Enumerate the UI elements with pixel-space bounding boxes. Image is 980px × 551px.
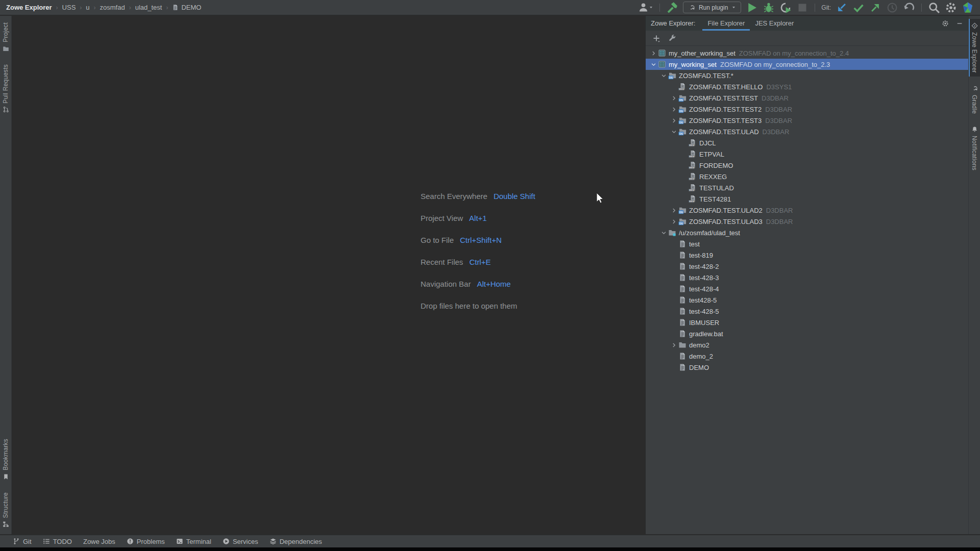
- chevron-down-icon[interactable]: [649, 62, 658, 67]
- tree-row[interactable]: DSZOSMFAD.TEST.TEST3D3DBAR: [646, 115, 968, 126]
- plugin-gem-button[interactable]: [962, 2, 974, 13]
- chevron-right-icon[interactable]: [669, 107, 678, 112]
- search-everywhere-button[interactable]: [928, 2, 940, 13]
- tree-row[interactable]: /u/zosmfad/ulad_test: [646, 227, 968, 238]
- breadcrumb-item-demo[interactable]: DEMO: [172, 4, 201, 11]
- tree-row[interactable]: DSZOSMFAD.TEST.ULAD2D3DBAR: [646, 205, 968, 216]
- stripe-button-pull-requests[interactable]: Pull Requests: [0, 61, 11, 117]
- tree-row[interactable]: MEMDJCL: [646, 137, 968, 148]
- shortcut-keys: Alt+Home: [477, 280, 510, 288]
- breadcrumb-item-u[interactable]: u: [86, 4, 89, 11]
- stripe-button-bookmarks[interactable]: Bookmarks: [0, 435, 11, 484]
- panel-options-button[interactable]: [942, 20, 949, 27]
- debug-button[interactable]: [763, 2, 775, 13]
- run-config-combo[interactable]: Run plugin: [683, 2, 741, 13]
- chevron-right-icon[interactable]: [669, 208, 678, 213]
- statusbar-problems[interactable]: Problems: [127, 538, 165, 545]
- tree-row[interactable]: demo2: [646, 339, 968, 350]
- hide-panel-button[interactable]: [956, 20, 963, 27]
- statusbar-services[interactable]: Services: [223, 538, 258, 545]
- left-stripe-bottom: BookmarksStructure: [0, 435, 11, 531]
- run-button[interactable]: [746, 2, 758, 13]
- tree-row[interactable]: DEMO: [646, 362, 968, 373]
- account-button[interactable]: [638, 2, 653, 13]
- commit-button[interactable]: [852, 2, 865, 13]
- tree-row[interactable]: test-428-4: [646, 283, 968, 294]
- tree-row[interactable]: test-428-5: [646, 306, 968, 317]
- add-profile-button[interactable]: [652, 34, 660, 42]
- panel-tabs: File ExplorerJES Explorer: [702, 16, 799, 31]
- build-project-button[interactable]: [666, 2, 678, 13]
- statusbar-todo[interactable]: TODO: [43, 538, 72, 545]
- tree-row[interactable]: DSZOSMFAD.TEST.ULAD3D3DBAR: [646, 216, 968, 227]
- tree-row[interactable]: IBMUSER: [646, 317, 968, 328]
- svg-text:DS: DS: [679, 211, 683, 214]
- stripe-label: Pull Requests: [2, 64, 9, 104]
- statusbar-zowe-jobs[interactable]: Zowe Jobs: [83, 538, 115, 545]
- drop-files-hint-label: Drop files here to open them: [421, 302, 517, 310]
- tree-row[interactable]: test-428-3: [646, 272, 968, 283]
- tree-row[interactable]: DSZOSMFAD.TEST.ULADD3DBAR: [646, 126, 968, 137]
- shortcut-keys: Alt+1: [469, 214, 487, 222]
- update-project-button[interactable]: [836, 2, 848, 13]
- tree-row[interactable]: test-819: [646, 249, 968, 261]
- breadcrumb-item-uss[interactable]: USS: [62, 4, 76, 11]
- chevron-down-icon[interactable]: [659, 230, 668, 236]
- tree-row[interactable]: my_other_working_setZOSMFAD on my_connec…: [646, 47, 968, 59]
- tree-row[interactable]: demo_2: [646, 350, 968, 362]
- tree-item-note: ZOSMFAD on my_connection_to_2.4: [739, 49, 849, 57]
- chevron-down-icon[interactable]: [669, 129, 678, 135]
- stripe-label: Bookmarks: [2, 439, 9, 470]
- push-button[interactable]: [869, 2, 881, 13]
- breadcrumb-item-ulad-test[interactable]: ulad_test: [135, 4, 162, 11]
- breadcrumb-item-zosmfad[interactable]: zosmfad: [100, 4, 125, 11]
- tree-row[interactable]: DSZOSMFAD.TEST.*: [646, 70, 968, 81]
- tree-item-label: test-428-5: [689, 308, 719, 315]
- rollback-button[interactable]: [903, 2, 915, 13]
- stripe-button-gradle[interactable]: Gradle: [969, 82, 980, 117]
- svg-text:MEM: MEM: [689, 200, 694, 203]
- chevron-right-icon[interactable]: [669, 95, 678, 101]
- breadcrumb-item-zowe-explorer[interactable]: Zowe Explorer: [6, 4, 52, 11]
- tree-row[interactable]: MEMZOSMFAD.TEST.HELLOD3SYS1: [646, 81, 968, 92]
- stripe-button-notifications[interactable]: Notifications: [969, 122, 980, 174]
- history-button[interactable]: [886, 2, 898, 13]
- chevron-right-icon[interactable]: [669, 342, 678, 348]
- tree-row[interactable]: gradlew.bat: [646, 328, 968, 339]
- tree-row[interactable]: DSZOSMFAD.TEST.TESTD3DBAR: [646, 92, 968, 104]
- breadcrumb-label: USS: [62, 4, 76, 11]
- tree-row[interactable]: test: [646, 238, 968, 249]
- tree-row[interactable]: MEMTESTULAD: [646, 182, 968, 193]
- stripe-button-structure[interactable]: Structure: [0, 489, 11, 532]
- chevron-right-icon[interactable]: [669, 118, 678, 123]
- breadcrumb-separator: ›: [80, 4, 82, 11]
- tree-row[interactable]: my_working_setZOSMFAD on my_connection_t…: [646, 59, 968, 70]
- statusbar-git[interactable]: Git: [13, 538, 32, 545]
- shortcut-keys: Ctrl+Shift+N: [460, 236, 502, 244]
- tree-row[interactable]: test-428-2: [646, 261, 968, 272]
- ds-folder-icon: DS: [668, 71, 678, 80]
- tab-jes-explorer[interactable]: JES Explorer: [750, 16, 799, 31]
- chevron-right-icon[interactable]: [669, 219, 678, 224]
- tree-row[interactable]: MEMTEST4281: [646, 193, 968, 205]
- chevron-down-icon[interactable]: [659, 73, 668, 79]
- tree-row[interactable]: DSZOSMFAD.TEST.TEST2D3DBAR: [646, 104, 968, 115]
- statusbar-dependencies[interactable]: Dependencies: [270, 538, 322, 545]
- editor-area[interactable]: Search EverywhereDouble ShiftProject Vie…: [12, 16, 645, 534]
- settings-button[interactable]: [945, 2, 957, 13]
- chevron-right-icon[interactable]: [649, 51, 658, 56]
- mouse-cursor: [596, 192, 606, 204]
- file-icon: [678, 363, 688, 371]
- tree-row[interactable]: MEMETPVAL: [646, 148, 968, 160]
- run-with-coverage-button[interactable]: [779, 2, 792, 13]
- bottom-edge-strip: [0, 547, 980, 551]
- tree-row[interactable]: test428-5: [646, 294, 968, 306]
- statusbar-terminal[interactable]: Terminal: [176, 538, 211, 545]
- tree-row[interactable]: MEMREXXEG: [646, 171, 968, 182]
- tree-row[interactable]: MEMFORDEMO: [646, 160, 968, 171]
- stripe-button-zowe-explorer[interactable]: ZZowe Explorer: [969, 19, 980, 77]
- tab-file-explorer[interactable]: File Explorer: [702, 16, 750, 31]
- edit-profile-button[interactable]: [668, 34, 676, 42]
- stop-button[interactable]: [796, 2, 808, 13]
- stripe-button-project[interactable]: Project: [0, 19, 11, 56]
